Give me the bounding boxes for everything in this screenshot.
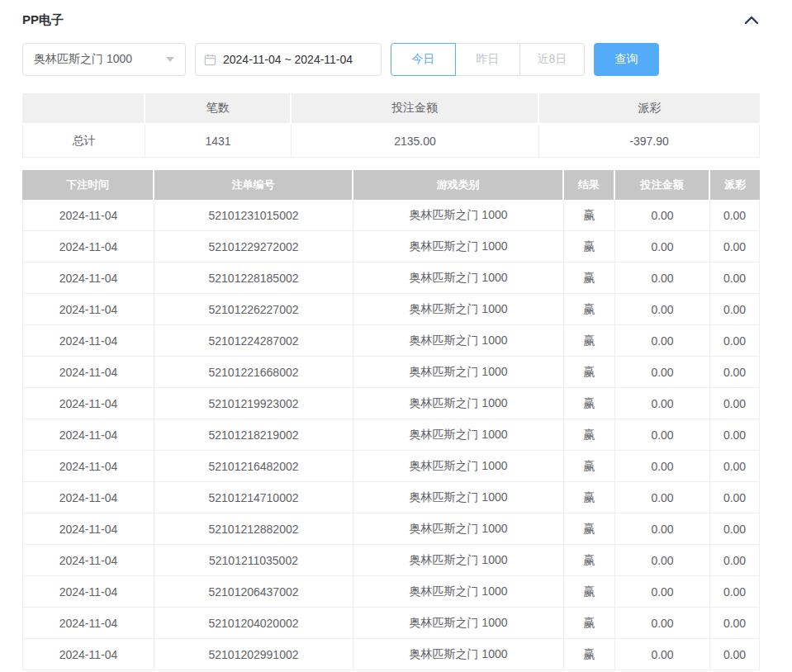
cell-bet-time: 2024-11-04 [22, 357, 154, 388]
bet-records-table: 下注时间 注单编号 游戏类别 结果 投注金额 派彩 2024-11-04 521… [22, 170, 760, 670]
cell-result: 赢 [564, 325, 615, 357]
cell-payout: 0.00 [710, 639, 760, 670]
cell-result: 赢 [564, 263, 615, 294]
cell-payout: 0.00 [710, 263, 760, 294]
chevron-up-icon [743, 16, 760, 28]
cell-bet-time: 2024-11-04 [22, 513, 154, 545]
date-range-value: 2024-11-04 ~ 2024-11-04 [223, 53, 353, 66]
chevron-down-icon [166, 57, 174, 62]
cell-payout: 0.00 [710, 357, 760, 388]
last-8-days-button[interactable]: 近8日 [519, 43, 585, 76]
query-button[interactable]: 查询 [594, 43, 659, 76]
cell-result: 赢 [564, 451, 615, 482]
header-result: 结果 [564, 170, 615, 200]
cell-game-category: 奥林匹斯之门 1000 [353, 545, 564, 576]
panel-header: PP电子 [22, 11, 760, 29]
cell-payout: 0.00 [710, 231, 760, 263]
date-range-input[interactable]: 2024-11-04 ~ 2024-11-04 [195, 43, 382, 76]
table-row: 2024-11-04 52101224287002 奥林匹斯之门 1000 赢 … [22, 325, 760, 357]
cell-bet-time: 2024-11-04 [22, 263, 154, 294]
pp-electronic-panel: PP电子 奥林匹斯之门 1000 2024-11-04 ~ 2024-11-04… [0, 0, 792, 670]
game-select[interactable]: 奥林匹斯之门 1000 [22, 43, 186, 76]
cell-bet-time: 2024-11-04 [22, 388, 154, 419]
table-header-row: 下注时间 注单编号 游戏类别 结果 投注金额 派彩 [22, 170, 760, 200]
cell-game-category: 奥林匹斯之门 1000 [353, 294, 564, 325]
cell-bet-time: 2024-11-04 [22, 608, 154, 639]
summary-header-row: 笔数 投注金额 派彩 [22, 93, 760, 125]
table-row: 2024-11-04 52101216482002 奥林匹斯之门 1000 赢 … [22, 451, 760, 482]
cell-game-category: 奥林匹斯之门 1000 [353, 419, 564, 451]
cell-bet-amount: 0.00 [615, 263, 710, 294]
cell-payout: 0.00 [710, 451, 760, 482]
cell-result: 赢 [564, 388, 615, 419]
summary-table: 笔数 投注金额 派彩 总计 1431 2135.00 -397.90 [22, 93, 760, 158]
cell-game-category: 奥林匹斯之门 1000 [353, 263, 564, 294]
cell-order-no: 52101214710002 [154, 482, 353, 513]
cell-order-no: 52101212882002 [154, 513, 353, 545]
cell-game-category: 奥林匹斯之门 1000 [353, 325, 564, 357]
cell-bet-amount: 0.00 [615, 451, 710, 482]
cell-result: 赢 [564, 482, 615, 513]
cell-game-category: 奥林匹斯之门 1000 [353, 451, 564, 482]
header-bet-amount: 投注金额 [615, 170, 710, 200]
summary-total-bet-amount: 2135.00 [292, 125, 539, 158]
cell-bet-time: 2024-11-04 [22, 451, 154, 482]
today-button[interactable]: 今日 [391, 43, 456, 76]
cell-bet-amount: 0.00 [615, 200, 710, 231]
game-select-value: 奥林匹斯之门 1000 [34, 52, 132, 67]
cell-bet-amount: 0.00 [615, 576, 710, 608]
cell-payout: 0.00 [710, 545, 760, 576]
cell-bet-time: 2024-11-04 [22, 419, 154, 451]
table-row: 2024-11-04 52101212882002 奥林匹斯之门 1000 赢 … [22, 513, 760, 545]
cell-game-category: 奥林匹斯之门 1000 [353, 513, 564, 545]
cell-bet-time: 2024-11-04 [22, 231, 154, 263]
cell-order-no: 52101202991002 [154, 639, 353, 670]
cell-order-no: 52101206437002 [154, 576, 353, 608]
cell-payout: 0.00 [710, 513, 760, 545]
table-row: 2024-11-04 52101218219002 奥林匹斯之门 1000 赢 … [22, 419, 760, 451]
cell-bet-time: 2024-11-04 [22, 200, 154, 231]
cell-payout: 0.00 [710, 200, 760, 231]
cell-bet-amount: 0.00 [615, 608, 710, 639]
cell-result: 赢 [564, 231, 615, 263]
cell-game-category: 奥林匹斯之门 1000 [353, 357, 564, 388]
cell-result: 赢 [564, 357, 615, 388]
cell-bet-amount: 0.00 [615, 639, 710, 670]
cell-bet-time: 2024-11-04 [22, 576, 154, 608]
table-row: 2024-11-04 52101219923002 奥林匹斯之门 1000 赢 … [22, 388, 760, 419]
cell-result: 赢 [564, 294, 615, 325]
page-title: PP电子 [22, 12, 64, 28]
cell-payout: 0.00 [710, 608, 760, 639]
table-row: 2024-11-04 52101231015002 奥林匹斯之门 1000 赢 … [22, 200, 760, 231]
summary-header-bet-amount: 投注金额 [292, 93, 539, 125]
cell-game-category: 奥林匹斯之门 1000 [353, 231, 564, 263]
cell-payout: 0.00 [710, 294, 760, 325]
cell-payout: 0.00 [710, 482, 760, 513]
cell-result: 赢 [564, 419, 615, 451]
summary-total-row: 总计 1431 2135.00 -397.90 [22, 125, 760, 158]
calendar-icon [204, 54, 216, 66]
cell-bet-amount: 0.00 [615, 231, 710, 263]
table-row: 2024-11-04 52101214710002 奥林匹斯之门 1000 赢 … [22, 482, 760, 513]
yesterday-button[interactable]: 昨日 [455, 43, 520, 76]
cell-order-no: 52101226227002 [154, 294, 353, 325]
table-row: 2024-11-04 52101229272002 奥林匹斯之门 1000 赢 … [22, 231, 760, 263]
cell-bet-time: 2024-11-04 [22, 545, 154, 576]
cell-bet-amount: 0.00 [615, 294, 710, 325]
cell-order-no: 52101221668002 [154, 357, 353, 388]
cell-result: 赢 [564, 639, 615, 670]
cell-order-no: 52101228185002 [154, 263, 353, 294]
cell-bet-amount: 0.00 [615, 482, 710, 513]
cell-payout: 0.00 [710, 325, 760, 357]
cell-result: 赢 [564, 513, 615, 545]
cell-game-category: 奥林匹斯之门 1000 [353, 388, 564, 419]
collapse-button[interactable] [743, 14, 760, 26]
cell-order-no: 52101216482002 [154, 451, 353, 482]
summary-header-payout: 派彩 [539, 93, 760, 125]
cell-bet-time: 2024-11-04 [22, 639, 154, 670]
summary-total-payout: -397.90 [539, 125, 760, 158]
cell-bet-amount: 0.00 [615, 388, 710, 419]
table-row: 2024-11-04 52101211035002 奥林匹斯之门 1000 赢 … [22, 545, 760, 576]
table-row: 2024-11-04 52101204020002 奥林匹斯之门 1000 赢 … [22, 608, 760, 639]
cell-result: 赢 [564, 576, 615, 608]
